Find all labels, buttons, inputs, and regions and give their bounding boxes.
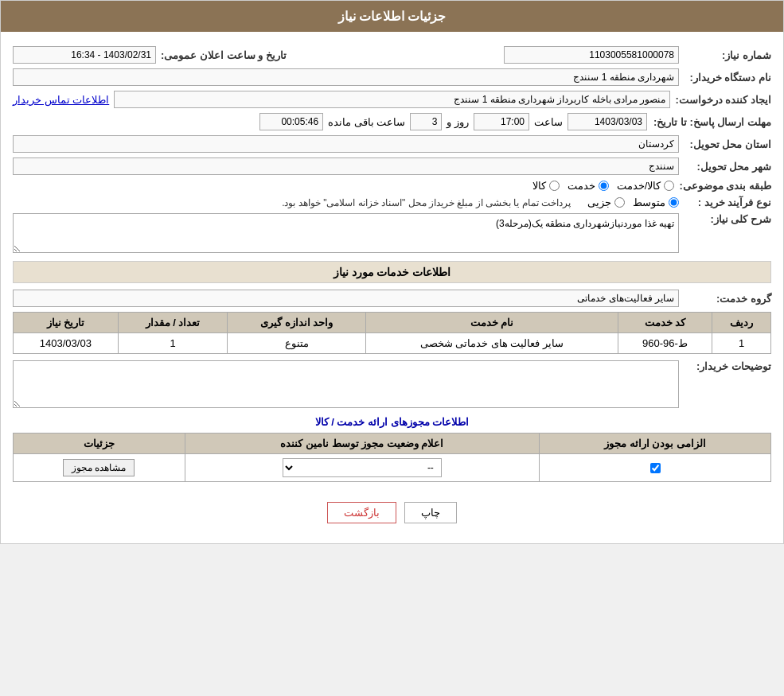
col-license-status: اعلام وضعیت مجوز توسط نامین کننده xyxy=(185,434,540,454)
deadline-date-input xyxy=(568,113,647,130)
buyer-org-input xyxy=(13,68,679,86)
page-title: جزئیات اطلاعات نیاز xyxy=(338,10,447,23)
radio-khedmat[interactable]: خدمت xyxy=(568,180,609,192)
province-label: استان محل تحویل: xyxy=(684,138,771,150)
cell-quantity: 1 xyxy=(118,333,228,354)
province-input xyxy=(13,135,679,153)
contact-info-link[interactable]: اطلاعات تماس خریدار xyxy=(13,94,109,106)
col-qty: تعداد / مقدار xyxy=(118,313,228,333)
service-group-label: گروه خدمت: xyxy=(684,293,771,305)
deadline-time-input xyxy=(474,113,529,130)
radio-motevaset[interactable]: متوسط xyxy=(633,196,679,208)
table-row: 1ط-96-960سایر فعالیت های خدماتی شخصیمتنو… xyxy=(14,333,771,354)
buyer-org-label: نام دستگاه خریدار: xyxy=(684,72,771,84)
buyer-notes-label: توضیحات خریدار: xyxy=(684,360,771,372)
radio-kala-khedmat[interactable]: کالا/خدمت xyxy=(617,180,675,192)
view-license-button[interactable]: مشاهده مجوز xyxy=(63,459,135,476)
page-header: جزئیات اطلاعات نیاز xyxy=(1,1,783,32)
deadline-label: مهلت ارسال پاسخ: تا تاریخ: xyxy=(652,116,771,128)
license-required-checkbox[interactable] xyxy=(650,463,661,473)
city-input xyxy=(13,157,679,175)
license-details-cell: مشاهده مجوز xyxy=(14,454,185,482)
radio-kala[interactable]: کالا xyxy=(532,180,560,192)
col-license-details: جزئیات xyxy=(14,434,185,454)
announce-date-label: تاریخ و ساعت اعلان عمومی: xyxy=(161,49,287,61)
col-date: تاریخ نیاز xyxy=(14,313,119,333)
col-name: نام خدمت xyxy=(366,313,618,333)
cell-row: 1 xyxy=(712,333,771,354)
cell-date: 1403/03/03 xyxy=(14,333,119,354)
purchase-type-radio-group: جزیی متوسط xyxy=(587,196,679,208)
deadline-days-input xyxy=(410,113,442,130)
action-buttons: چاپ بازگشت xyxy=(13,490,771,535)
service-group-input xyxy=(13,290,679,307)
license-section-title: اطلاعات مجوزهای ارائه خدمت / کالا xyxy=(13,416,771,428)
license-row: -- مشاهده مجوز xyxy=(14,454,771,482)
license-table: الزامی بودن ارائه مجوز اعلام وضعیت مجوز … xyxy=(13,433,771,482)
cell-name: سایر فعالیت های خدماتی شخصی xyxy=(366,333,618,354)
col-row: ردیف xyxy=(712,313,771,333)
cell-code: ط-96-960 xyxy=(618,333,712,354)
creator-input xyxy=(114,91,670,108)
need-number-input xyxy=(504,46,679,64)
col-unit: واحد اندازه گیری xyxy=(228,313,366,333)
purchase-type-label: نوع فرآیند خرید : xyxy=(684,196,771,208)
buyer-notes-textarea[interactable] xyxy=(13,360,679,408)
license-status-select[interactable]: -- xyxy=(283,458,442,477)
radio-jozi[interactable]: جزیی xyxy=(587,196,625,208)
back-button[interactable]: بازگشت xyxy=(327,502,396,523)
need-desc-label: شرح کلی نیاز: xyxy=(684,213,771,225)
remaining-input xyxy=(259,113,323,130)
print-button[interactable]: چاپ xyxy=(404,502,457,523)
announce-date-input xyxy=(13,46,156,64)
deadline-day-label: روز و xyxy=(447,116,469,128)
license-required-cell xyxy=(540,454,771,482)
category-radio-group: کالا خدمت کالا/خدمت xyxy=(532,180,675,192)
category-label: طبقه بندی موضوعی: xyxy=(679,180,771,192)
need-desc-textarea[interactable] xyxy=(13,213,679,253)
cell-unit: متنوع xyxy=(228,333,366,354)
license-status-cell: -- xyxy=(185,454,540,482)
creator-label: ایجاد کننده درخواست: xyxy=(675,94,771,106)
col-code: کد خدمت xyxy=(618,313,712,333)
services-section-title: اطلاعات خدمات مورد نیاز xyxy=(13,261,771,283)
col-license-required: الزامی بودن ارائه مجوز xyxy=(540,434,771,454)
need-number-label: شماره نیاز: xyxy=(684,49,771,61)
services-table: ردیف کد خدمت نام خدمت واحد اندازه گیری ت… xyxy=(13,312,771,354)
city-label: شهر محل تحویل: xyxy=(684,161,771,173)
purchase-note: پرداخت تمام یا بخشی از مبلغ خریداز محل "… xyxy=(282,197,571,208)
remaining-label: ساعت باقی مانده xyxy=(328,116,405,128)
deadline-time-label: ساعت xyxy=(534,116,563,128)
